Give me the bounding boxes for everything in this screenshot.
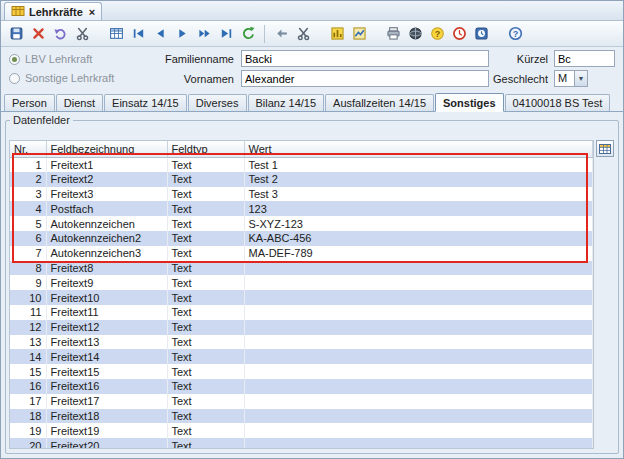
back-arrow-icon[interactable] [270,23,292,45]
last-record-icon[interactable] [215,23,237,45]
svg-text:?: ? [512,29,518,39]
table-row[interactable]: 3Freitext3TextTest 3 [10,187,593,202]
table-row[interactable]: 10Freitext10Text [10,290,593,305]
cell-nr: 16 [10,379,46,394]
cell-feldbezeichnung: Freitext14 [46,349,167,364]
table-row[interactable]: 12Freitext12Text [10,320,593,335]
table-row[interactable]: 20Freitext20Text [10,438,593,449]
cut-icon[interactable] [71,23,93,45]
cell-feldbezeichnung: Autokennzeichen [46,216,167,231]
kuerzel-input[interactable] [554,50,615,67]
table-row[interactable]: 5AutokennzeichenTextS-XYZ-123 [10,216,593,231]
tab-sonstiges[interactable]: Sonstiges [435,93,504,112]
radio-lbv-lehrkraft[interactable]: LBV Lehrkraft [9,51,92,67]
fast-forward-icon[interactable] [193,23,215,45]
radio-sonstige-lehrkraft[interactable]: Sonstige Lehrkraft [9,70,114,86]
next-record-icon[interactable] [171,23,193,45]
cell-feldtyp: Text [167,320,244,335]
table-row[interactable]: 2Freitext2TextTest 2 [10,172,593,187]
cell-nr: 8 [10,261,46,276]
tab-ausfallzeiten-14-15[interactable]: Ausfallzeiten 14/15 [325,94,434,111]
cell-feldbezeichnung: Freitext13 [46,335,167,350]
undo-icon[interactable] [49,23,71,45]
radio-sonstige-label: Sonstige Lehrkraft [25,72,114,84]
first-record-icon[interactable] [127,23,149,45]
cut-selection-icon[interactable] [292,23,314,45]
help-icon[interactable]: ? [504,23,526,45]
cell-feldtyp: Text [167,438,244,449]
close-tab-icon[interactable]: × [87,6,95,18]
table-row[interactable]: 15Freitext15Text [10,364,593,379]
tab-diverses[interactable]: Diverses [188,94,247,111]
globe-icon[interactable] [404,23,426,45]
header-feldbezeichnung[interactable]: Feldbezeichnung [46,141,167,157]
table-row[interactable]: 17Freitext17Text [10,394,593,409]
cell-nr: 7 [10,246,46,261]
clock-icon[interactable] [448,23,470,45]
cell-feldbezeichnung: Autokennzeichen3 [46,246,167,261]
cell-feldtyp: Text [167,216,244,231]
report-icon[interactable] [326,23,348,45]
header-feldtyp[interactable]: Feldtyp [167,141,244,157]
cell-feldtyp: Text [167,261,244,276]
tab-dienst[interactable]: Dienst [56,94,103,111]
table-view-icon[interactable] [105,23,127,45]
table-row[interactable]: 14Freitext14Text [10,349,593,364]
header-nr[interactable]: Nr. [10,141,46,157]
header-wert[interactable]: Wert [244,141,593,157]
table-row[interactable]: 11Freitext11Text [10,305,593,320]
tab-bilanz-14-15[interactable]: Bilanz 14/15 [248,94,325,111]
cell-wert [244,364,593,379]
cell-feldbezeichnung: Freitext20 [46,438,167,449]
table-row[interactable]: 18Freitext18Text [10,409,593,424]
record-form: LBV Lehrkraft Sonstige Lehrkraft Familie… [1,47,623,93]
content-area: Datenfelder Nr. Feldbezeichnung Feldtyp … [1,112,623,458]
column-config-button[interactable] [596,140,614,157]
table-row[interactable]: 19Freitext19Text [10,423,593,438]
refresh-icon[interactable] [237,23,259,45]
cell-nr: 11 [10,305,46,320]
table-row[interactable]: 1Freitext1TextTest 1 [10,157,593,172]
cell-feldtyp: Text [167,379,244,394]
table-grid-icon [11,4,25,20]
familienname-label: Familienname [121,53,234,65]
hint-icon[interactable]: ? [426,23,448,45]
cell-wert: KA-ABC-456 [244,231,593,246]
table-row[interactable]: 4PostfachText123 [10,201,593,216]
geschlecht-label: Geschlecht [469,73,548,85]
previous-record-icon[interactable] [149,23,171,45]
radio-lbv-label: LBV Lehrkraft [25,53,92,65]
tab-lehrkraefte[interactable]: Lehrkräfte × [4,2,102,20]
statistics-icon[interactable] [348,23,370,45]
tab-04100018-bs-test[interactable]: 04100018 BS Test [505,94,611,111]
table-row[interactable]: 8Freitext8Text [10,261,593,276]
table-row[interactable]: 13Freitext13Text [10,335,593,350]
table-row[interactable]: 16Freitext16Text [10,379,593,394]
delete-record-icon[interactable] [27,23,49,45]
print-icon[interactable] [382,23,404,45]
schedule-icon[interactable] [470,23,492,45]
cell-feldtyp: Text [167,409,244,424]
tab-einsatz-14-15[interactable]: Einsatz 14/15 [104,94,187,111]
table-row[interactable]: 9Freitext9Text [10,275,593,290]
cell-wert: MA-DEF-789 [244,246,593,261]
kuerzel-label: Kürzel [469,53,548,65]
cell-feldtyp: Text [167,172,244,187]
cell-feldbezeichnung: Freitext18 [46,409,167,424]
chevron-down-icon[interactable]: ▼ [574,71,587,86]
table-row[interactable]: 6Autokennzeichen2TextKA-ABC-456 [10,231,593,246]
vornamen-input[interactable] [241,70,489,87]
table-row[interactable]: 7Autokennzeichen3TextMA-DEF-789 [10,246,593,261]
tab-person[interactable]: Person [4,94,55,111]
cell-feldtyp: Text [167,349,244,364]
save-icon[interactable] [5,23,27,45]
cell-wert [244,349,593,364]
cell-nr: 10 [10,290,46,305]
familienname-input[interactable] [241,50,489,67]
geschlecht-select[interactable]: M ▼ [554,70,588,87]
document-tab-bar: Lehrkräfte × [1,1,623,21]
cell-feldbezeichnung: Freitext17 [46,394,167,409]
cell-feldtyp: Text [167,305,244,320]
cell-wert: Test 3 [244,187,593,202]
cell-wert [244,305,593,320]
